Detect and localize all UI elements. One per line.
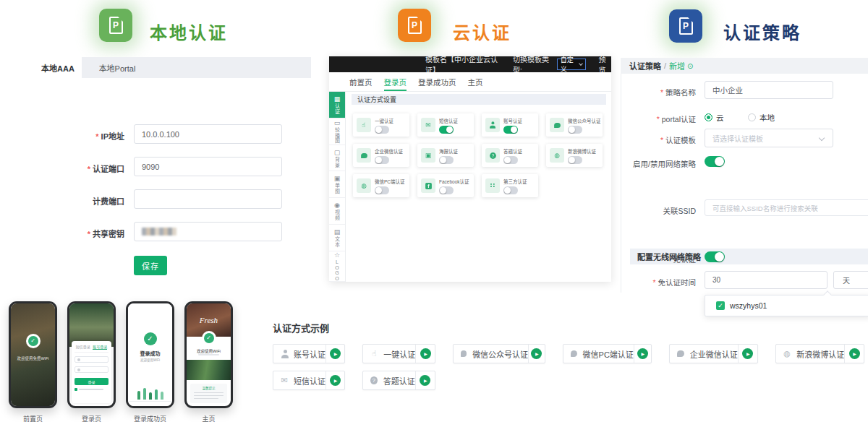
quiz-icon [485, 148, 500, 163]
tab-login-page[interactable]: 登录页 [384, 72, 407, 91]
ssid-search-input[interactable]: 可直接输入SSID名称进行搜索关联 [705, 199, 868, 216]
produce-photo [187, 360, 231, 380]
play-icon[interactable] [330, 375, 341, 386]
portal-auth-label: portal认证 [621, 113, 696, 124]
breadcrumb-root[interactable]: 认证策略 [629, 60, 661, 72]
free-auth-time-input[interactable]: 30 [705, 271, 827, 289]
grid-icon: ▦ [334, 95, 341, 103]
shared-key-input[interactable] [134, 222, 282, 241]
welcome-text: 欢迎使用免费WiFi [11, 355, 55, 361]
hand-icon [370, 350, 378, 358]
accounting-port-input[interactable] [134, 189, 282, 209]
examples-title: 认证方式示例 [273, 321, 864, 335]
tab-pre-page[interactable]: 前置页 [349, 72, 373, 91]
wechat-icon [550, 118, 564, 132]
example-wechat-pc-auth[interactable]: 微信PC端认证 [563, 344, 652, 363]
home-page-screen: Fresh 欢迎使用WiFi 温馨提示 [187, 303, 231, 406]
local-auth-tabbar: 本地AAA 本地Portal [34, 57, 311, 78]
example-account-auth[interactable]: 账号认证 [273, 344, 345, 363]
method-card-wecom: 企业微信认证 [353, 144, 409, 167]
radio-cloud[interactable]: 云 [705, 112, 724, 123]
success-check-icon: ✓ [144, 332, 157, 345]
phone-caption: 登录页 [82, 414, 101, 423]
sidebar-item-logo[interactable]: ☆LOGO [329, 251, 345, 282]
auth-port-input[interactable]: 9090 [134, 157, 282, 176]
example-weibo-auth[interactable]: 新浪微博认证 [775, 344, 864, 363]
notice-title: 温馨提示 [190, 386, 227, 390]
method-toggle[interactable] [375, 126, 389, 134]
play-icon[interactable] [849, 348, 860, 359]
auth-port-label: 认证端口 [9, 163, 124, 174]
tab-sms-login: 短信登录 [76, 344, 90, 350]
text-icon: ▤ [334, 228, 341, 236]
radio-local[interactable]: 本地 [748, 112, 775, 123]
logo-check-icon [26, 334, 41, 348]
method-toggle[interactable] [568, 156, 582, 164]
tab-local-aaa[interactable]: 本地AAA [34, 57, 82, 78]
shoppers-illustration [128, 383, 172, 402]
example-wechat-official-auth[interactable]: 微信公众号认证 [453, 344, 545, 363]
method-toggle[interactable] [503, 126, 518, 134]
sidebar-item-auth[interactable]: ▦认证 [329, 92, 345, 118]
play-icon[interactable] [420, 375, 430, 386]
auth-template-select[interactable]: 请选择认证模板 [705, 129, 833, 147]
method-toggle[interactable] [439, 156, 454, 164]
radio-icon [705, 113, 712, 121]
sidebar-item-single-image[interactable]: ▣单图 [329, 171, 345, 198]
method-toggle[interactable] [375, 156, 389, 164]
example-one-click-auth[interactable]: 一键认证 [362, 344, 435, 363]
policy-name-label: 策略名称 [621, 87, 696, 98]
play-icon[interactable] [420, 348, 431, 359]
wecom-icon [357, 148, 371, 163]
thirdparty-icon [485, 178, 500, 193]
sidebar-item-background[interactable]: ▢背景 [329, 145, 345, 172]
breadcrumb-current: 新增 [669, 60, 685, 72]
sidebar-item-video[interactable]: ◉视频 [329, 198, 345, 225]
method-toggle[interactable] [568, 126, 582, 134]
free-auth-time-unit-select[interactable]: 天 [833, 271, 868, 289]
phone-home-page: Fresh 欢迎使用WiFi 温馨提示 主页 [184, 301, 233, 423]
example-sms-auth[interactable]: 短信认证 [273, 371, 345, 390]
method-card-sms: 短信认证 [417, 113, 474, 137]
play-icon[interactable] [742, 348, 753, 359]
tab-login-success-page[interactable]: 登录成功页 [418, 72, 456, 91]
text-line [198, 354, 219, 355]
mini-username-input [75, 356, 109, 363]
login-page-screen: 短信登录 账号登录 登录 [69, 303, 114, 406]
play-icon[interactable] [531, 348, 542, 359]
sidebar-item-carousel[interactable]: ▭轮播图 [329, 118, 345, 145]
template-type-select[interactable]: 自定义 [557, 59, 586, 70]
tab-local-portal[interactable]: 本地Portal [82, 57, 153, 78]
free-auth-time-label: 免认证时间 [621, 277, 696, 288]
checkbox-checked-icon[interactable] [716, 301, 725, 310]
sidebar-item-text[interactable]: ▤文本 [329, 225, 345, 251]
example-wecom-auth[interactable]: 企业微信认证 [669, 344, 758, 363]
method-toggle[interactable] [375, 186, 389, 194]
tab-home-page[interactable]: 主页 [468, 72, 483, 91]
template-topbar: 模板名【中小企业云认证】 切换模板类型: 自定义 预览 [329, 56, 611, 72]
method-toggle[interactable] [439, 126, 454, 134]
free-auth-toggle[interactable] [705, 251, 725, 262]
play-icon[interactable] [330, 348, 341, 359]
editor-sidebar: ▦认证 ▭轮播图 ▢背景 ▣单图 ◉视频 ▤文本 ☆LOGO [329, 92, 346, 282]
star-icon: ☆ [334, 251, 340, 259]
ssid-option[interactable]: wszyhys01 [730, 301, 767, 310]
save-button[interactable]: 保存 [134, 256, 167, 275]
tab-account-login: 账号登录 [93, 344, 107, 350]
example-quiz-auth[interactable]: 答题认证 [362, 371, 435, 390]
local-auth-title: 本地认证 [150, 19, 228, 44]
method-toggle[interactable] [503, 156, 518, 164]
method-toggle[interactable] [503, 186, 518, 194]
mini-login-button: 登录 [75, 378, 109, 385]
wechat-icon [571, 350, 577, 357]
ip-address-input[interactable]: 10.0.0.100 [134, 124, 282, 144]
play-icon[interactable] [637, 348, 648, 359]
ssid-label: 关联SSID [621, 205, 696, 216]
page: P 本地认证 本地AAA 本地Portal IP地址 10.0.0.100 认证… [0, 0, 868, 427]
policy-form: 策略名称 中小企业 portal认证 云 本地 认证模板 请选择认证模板 启用/… [621, 74, 868, 293]
method-card-one-click: 一键认证 [353, 113, 409, 137]
method-toggle[interactable] [439, 186, 454, 194]
policy-panel: 认证策略 / 新增 ⊙ 策略名称 中小企业 portal认证 云 本地 认证模板… [618, 0, 868, 303]
enable-network-policy-toggle[interactable] [705, 156, 725, 167]
policy-name-input[interactable]: 中小企业 [705, 81, 833, 99]
